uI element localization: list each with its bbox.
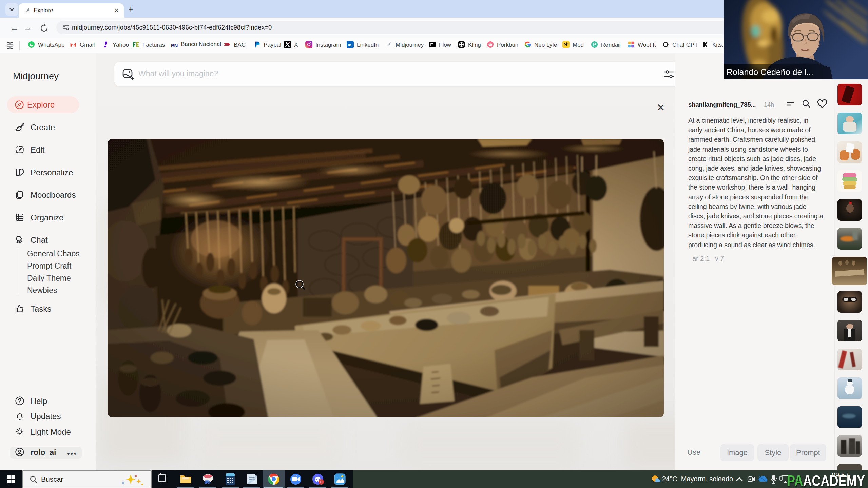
svg-text:zm: zm [293,474,297,477]
svg-text:6: 6 [320,480,322,484]
svg-text:in: in [348,43,351,47]
